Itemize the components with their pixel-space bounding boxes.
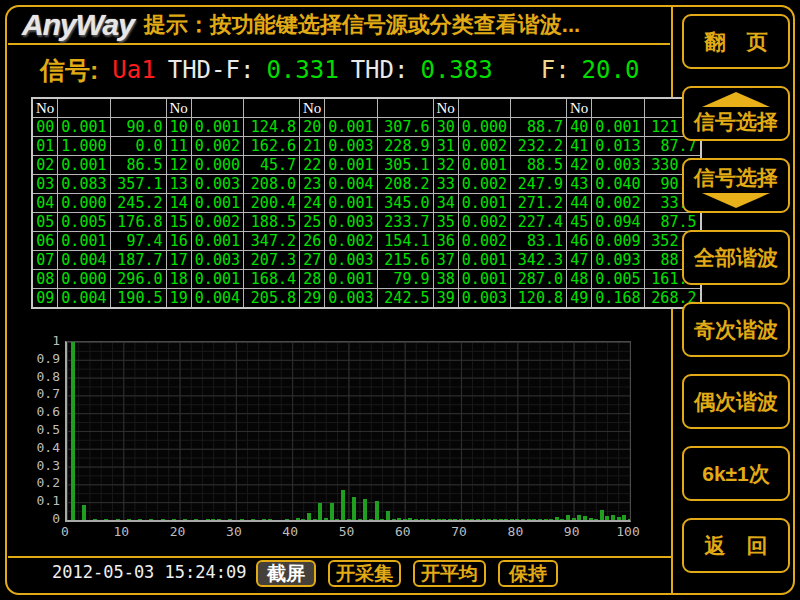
harmonic-bar-23 [194, 519, 198, 520]
harmonic-bar-88 [560, 519, 564, 520]
mag-cell: 0.002 [458, 175, 510, 194]
mag-cell: 0.002 [458, 137, 510, 156]
phase-cell: 215.6 [377, 251, 433, 270]
harmonic-no-cell: 25 [300, 213, 325, 232]
screenshot-button[interactable]: 截屏 [256, 560, 316, 587]
harmonic-bar-27 [217, 519, 221, 520]
all-harmonics-button[interactable]: 全部谐波 [682, 230, 790, 285]
table-row: 050.005176.8150.002188.5250.003233.7350.… [32, 213, 701, 232]
harmonic-no-cell: 31 [433, 137, 458, 156]
mag-cell: 0.005 [592, 270, 644, 289]
harmonic-no-cell: 44 [567, 194, 592, 213]
harmonic-bar-59 [397, 518, 401, 520]
y-axis-tick-label: 0.4 [26, 440, 60, 455]
phase-cell: 168.4 [244, 270, 300, 289]
x-axis-tick-label: 10 [104, 524, 138, 539]
y-axis-tick-label: 0.7 [26, 386, 60, 401]
phase-cell: 307.6 [377, 118, 433, 137]
harmonic-no-cell: 17 [166, 251, 191, 270]
x-axis-tick-label: 100 [611, 524, 645, 539]
sidebar-button-label: 信号选择 [694, 164, 778, 192]
phase-cell: 162.6 [244, 137, 300, 156]
col-header-mag: Mag [325, 98, 377, 118]
harmonic-bar-80 [515, 519, 519, 520]
phase-cell: 247.9 [511, 175, 567, 194]
mag-cell: 0.003 [191, 175, 243, 194]
harmonic-no-cell: 28 [300, 270, 325, 289]
harmonic-bar-17 [161, 519, 165, 520]
harmonic-no-cell: 37 [433, 251, 458, 270]
harmonic-no-cell: 00 [32, 118, 58, 137]
x-axis-tick-label: 30 [217, 524, 251, 539]
harmonic-bar-11 [127, 519, 131, 520]
harmonic-no-cell: 47 [567, 251, 592, 270]
table-row: 030.083357.1130.003208.0230.004208.2330.… [32, 175, 701, 194]
table-row: 070.004187.7170.003207.3270.003215.6370.… [32, 251, 701, 270]
phase-cell: 205.8 [244, 289, 300, 309]
signal-select-up-button[interactable]: 信号选择 [682, 86, 790, 141]
harmonic-no-cell: 09 [32, 289, 58, 309]
harmonic-no-cell: 33 [433, 175, 458, 194]
harmonic-bar-44 [313, 519, 317, 520]
harmonic-no-cell: 26 [300, 232, 325, 251]
phase-cell: 176.8 [110, 213, 166, 232]
y-axis-tick-label: 0.2 [26, 475, 60, 490]
harmonic-bar-99 [622, 515, 626, 520]
phase-cell: 97.4 [110, 232, 166, 251]
harmonic-bar-49 [341, 490, 345, 520]
harmonic-bar-77 [499, 519, 503, 520]
harmonic-bar-9 [116, 519, 120, 520]
mag-cell: 0.094 [592, 213, 644, 232]
mag-cell: 0.000 [58, 270, 110, 289]
col-header-no: No [32, 98, 58, 118]
harmonic-no-cell: 43 [567, 175, 592, 194]
triangle-down-icon [702, 193, 770, 208]
table-row: 011.0000.0110.002162.6210.003228.9310.00… [32, 137, 701, 156]
harmonic-no-cell: 42 [567, 156, 592, 175]
harmonic-bar-54 [369, 519, 373, 520]
phase-cell: 342.3 [511, 251, 567, 270]
x-axis-tick-label: 40 [273, 524, 307, 539]
harmonic-bar-52 [358, 519, 362, 520]
harmonic-no-cell: 12 [166, 156, 191, 175]
table-row: 020.00186.5120.00045.7220.001305.1320.00… [32, 156, 701, 175]
top-banner: AnyWay 提示：按功能键选择信号源或分类查看谐波... [8, 7, 670, 45]
harmonic-bar-31 [240, 519, 244, 520]
harmonic-no-cell: 38 [433, 270, 458, 289]
return-button[interactable]: 返 回 [682, 518, 790, 573]
mag-cell: 0.001 [325, 156, 377, 175]
page-turn-button[interactable]: 翻 页 [682, 14, 790, 69]
harmonic-bar-64 [425, 519, 429, 520]
harmonic-bar-70 [459, 519, 463, 520]
odd-harmonics-button[interactable]: 奇次谐波 [682, 302, 790, 357]
phase-cell: 0.0 [110, 137, 166, 156]
signal-select-down-button[interactable]: 信号选择 [682, 158, 790, 213]
6k1-harmonics-button[interactable]: 6k±1次 [682, 446, 790, 501]
phase-cell: 88.5 [511, 156, 567, 175]
mag-cell: 0.000 [458, 118, 510, 137]
sidebar-button-label: 信号选择 [694, 108, 778, 136]
even-harmonics-button[interactable]: 偶次谐波 [682, 374, 790, 429]
mag-cell: 0.001 [191, 118, 243, 137]
harmonic-bar-35 [262, 519, 266, 520]
harmonic-bar-100 [628, 519, 631, 520]
frequency-label: F: [541, 56, 570, 84]
footer-buttons: 截屏 开采集 开平均 保持 [256, 560, 558, 587]
start-acquisition-button[interactable]: 开采集 [328, 560, 401, 587]
harmonic-bar-7 [104, 519, 108, 520]
hold-button[interactable]: 保持 [498, 560, 558, 587]
x-axis-tick-label: 20 [161, 524, 195, 539]
phase-cell: 86.5 [110, 156, 166, 175]
harmonic-no-cell: 15 [166, 213, 191, 232]
phase-cell: 228.9 [377, 137, 433, 156]
harmonic-no-cell: 45 [567, 213, 592, 232]
x-axis-tick-label: 80 [498, 524, 532, 539]
phase-cell: 345.0 [377, 194, 433, 213]
y-axis-tick-label: 0.3 [26, 458, 60, 473]
start-averaging-button[interactable]: 开平均 [413, 560, 486, 587]
thdf-value: 0.331 [266, 56, 338, 84]
phase-cell: 233.7 [377, 213, 433, 232]
harmonic-bar-87 [555, 517, 559, 520]
harmonic-bar-92 [583, 516, 587, 520]
y-axis-tick-label: 0.1 [26, 493, 60, 508]
